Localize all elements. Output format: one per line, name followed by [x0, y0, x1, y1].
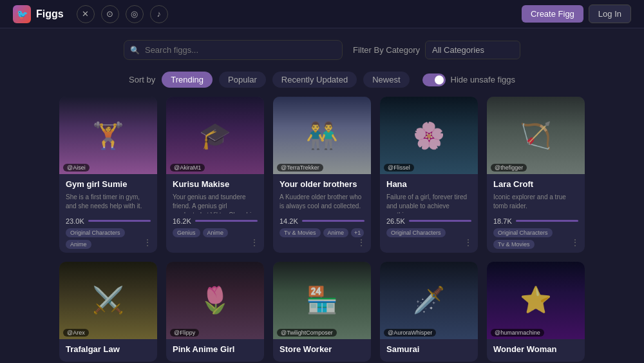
card-figure: ⚔️ [59, 262, 157, 339]
card-title: Store Worker [279, 344, 365, 355]
card-tags: Original Characters [386, 228, 471, 237]
twitter-icon-btn[interactable]: ✕ [77, 5, 95, 23]
filter-label: Filter By Category [353, 45, 420, 55]
card-title: Gym girl Sumie [66, 179, 151, 190]
card-title: Hana [386, 179, 471, 190]
logo-text: Figgs [36, 8, 64, 20]
card-image: ⚔️ @Arex [59, 262, 157, 339]
tag-label: Anime [66, 240, 91, 249]
card-body: Your older brothers A Kuudere older brot… [273, 174, 371, 241]
card-desc: Iconic explorer and a true tomb raider. [493, 193, 578, 213]
card-figure: 🏪 [273, 262, 371, 339]
cards-row-2: ⚔️ @Arex Trafalgar Law 🌷 @Flippy Pink An… [64, 262, 580, 362]
music-icon-btn[interactable]: ♪ [150, 5, 168, 23]
card-wonder-woman[interactable]: ⭐ @humanmachine Wonder Woman [487, 262, 585, 362]
create-figg-button[interactable]: Create Figg [522, 5, 583, 23]
card-stats: 14.2K [279, 217, 365, 225]
card-kurisu-makise[interactable]: 🎓 @AkiraM1 Kurisu Makise Your genius and… [166, 97, 264, 253]
card-body: Store Worker [273, 339, 371, 362]
tag-label: Original Characters [66, 228, 125, 237]
card-avatar-label: @TwilightComposer [277, 329, 337, 337]
card-figure: 🎓 [166, 97, 264, 174]
unsafe-toggle[interactable] [422, 74, 446, 86]
card-more-button[interactable]: ⋮ [571, 237, 580, 248]
card-image: 🏹 @thefigger [487, 97, 585, 174]
filter-area: Filter By Category All Categories Anime … [353, 41, 520, 59]
card-image: ⭐ @humanmachine [487, 262, 585, 339]
card-stats: 18.7K [493, 217, 578, 225]
card-desc: A Kuudere older brother who is always co… [279, 193, 365, 213]
card-more-button[interactable]: ⋮ [250, 237, 259, 248]
card-figure: ⭐ [487, 262, 585, 339]
toggle-label: Hide unsafe figgs [451, 75, 515, 84]
card-body: Samurai [380, 339, 478, 362]
tag-label: Original Characters [386, 228, 446, 237]
tag-label: Genius [173, 228, 200, 237]
card-stats: 16.2K [173, 217, 258, 225]
card-body: Hana Failure of a girl, forever tired an… [380, 174, 478, 241]
header-social-icons: ✕ ⊙ ◎ ♪ [77, 5, 168, 23]
card-pink-girl[interactable]: 🌷 @Flippy Pink Anime Girl [166, 262, 264, 362]
sort-recently-updated-button[interactable]: Recently Updated [272, 72, 357, 88]
discord-icon-btn[interactable]: ◎ [126, 5, 144, 23]
card-your-older-brothers[interactable]: 👬 @TerraTrekker Your older brothers A Ku… [273, 97, 371, 253]
card-image: 🌸 @Flissel [380, 97, 478, 174]
card-bar [409, 220, 471, 222]
card-body: Pink Anime Girl [166, 339, 264, 362]
card-store-worker[interactable]: 🏪 @TwilightComposer Store Worker [273, 262, 371, 362]
card-bar [516, 220, 578, 222]
cards-row-1: 🏋️ @Aisei Gym girl Sumie She is a first … [64, 97, 580, 253]
card-stats: 23.0K [66, 217, 151, 225]
card-body: Trafalgar Law [59, 339, 157, 362]
tag-label: Tv & Movies [493, 240, 535, 249]
card-title: Pink Anime Girl [173, 344, 258, 355]
sort-trending-button[interactable]: Trending [162, 72, 213, 88]
search-section: 🔍 Filter By Category All Categories Anim… [0, 28, 644, 66]
card-count: 23.0K [66, 217, 84, 225]
card-avatar-label: @thefigger [491, 164, 527, 172]
card-hana[interactable]: 🌸 @Flissel Hana Failure of a girl, forev… [380, 97, 478, 253]
card-more-button[interactable]: ⋮ [357, 237, 366, 248]
search-input[interactable] [124, 40, 343, 60]
card-stats: 26.5K [386, 217, 471, 225]
card-trafalgar[interactable]: ⚔️ @Arex Trafalgar Law [59, 262, 157, 362]
card-tags: Tv & MoviesAnime+1 [279, 228, 365, 237]
card-bar [195, 220, 258, 222]
card-tags: Original CharactersAnime [66, 228, 151, 249]
search-icon: 🔍 [130, 46, 140, 55]
card-tags: Original CharactersTv & Movies [493, 228, 578, 249]
card-more-button[interactable]: ⋮ [464, 237, 473, 248]
card-avatar-label: @humanmachine [491, 329, 544, 337]
card-title: Samurai [386, 344, 471, 355]
card-figure: 🌸 [380, 97, 478, 174]
card-figure: 👬 [273, 97, 371, 174]
card-gym-girl-sumie[interactable]: 🏋️ @Aisei Gym girl Sumie She is a first … [59, 97, 157, 253]
card-more-button[interactable]: ⋮ [143, 237, 152, 248]
sort-popular-button[interactable]: Popular [219, 72, 266, 88]
tag-label: Original Characters [493, 228, 553, 237]
card-title: Your older brothers [279, 179, 365, 190]
card-lara-croft[interactable]: 🏹 @thefigger Lara Croft Iconic explorer … [487, 97, 585, 253]
card-image: 🏋️ @Aisei [59, 97, 157, 174]
card-bar [302, 220, 365, 222]
login-button[interactable]: Log In [589, 5, 631, 23]
toggle-area: Hide unsafe figgs [422, 74, 515, 86]
card-desc: Your genius and tsundere friend. A geniu… [173, 193, 258, 213]
category-filter-select[interactable]: All Categories Anime Tv & Movies Origina… [425, 41, 520, 59]
card-body: Kurisu Makise Your genius and tsundere f… [166, 174, 264, 241]
sort-newest-button[interactable]: Newest [363, 72, 409, 88]
card-title: Trafalgar Law [66, 344, 151, 355]
card-title: Wonder Woman [493, 344, 578, 355]
card-samurai[interactable]: 🗡️ @AuroraWhisper Samurai [380, 262, 478, 362]
logo-icon: 🐦 [13, 5, 31, 23]
card-avatar-label: @AkiraM1 [170, 164, 205, 172]
card-avatar-label: @AuroraWhisper [384, 329, 436, 337]
card-desc: She is a first timer in gym, and she nee… [66, 193, 151, 213]
card-title: Kurisu Makise [173, 179, 258, 190]
reddit-icon-btn[interactable]: ⊙ [101, 5, 119, 23]
card-figure: 🌷 [166, 262, 264, 339]
card-figure: 🗡️ [380, 262, 478, 339]
header: 🐦 Figgs ✕ ⊙ ◎ ♪ Create Figg Log In [0, 0, 644, 28]
card-avatar-label: @Flippy [170, 329, 199, 337]
sort-label: Sort by [129, 75, 155, 84]
